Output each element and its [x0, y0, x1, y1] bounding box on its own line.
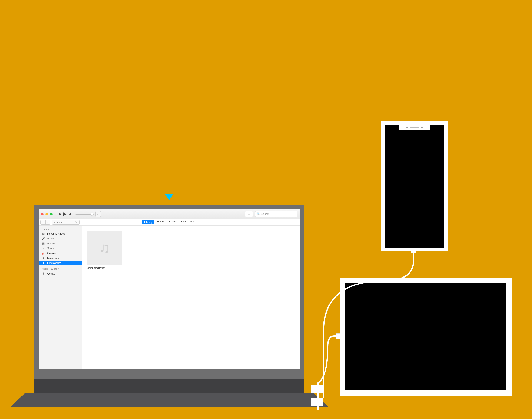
usb-plug-1 [311, 385, 323, 393]
sidebar-item-recently-added[interactable]: ▤ Recently Added [39, 231, 82, 236]
fullscreen-window-button[interactable] [50, 213, 53, 215]
sidebar-item-albums[interactable]: ▦ Albums [39, 241, 82, 246]
guitar-icon: 🎸 [42, 252, 45, 255]
video-icon: ⊞ [42, 257, 45, 260]
chevron-down-icon[interactable]: ▾ [58, 268, 59, 270]
tablet-device [340, 278, 512, 396]
window-controls [41, 213, 53, 215]
laptop-base [10, 393, 328, 407]
phone-speaker [410, 127, 419, 128]
sidebar-item-downloaded[interactable]: ⬇ Downloaded [39, 261, 82, 265]
sidebar-item-label: Downloaded [47, 262, 62, 265]
tab-store[interactable]: Store [190, 220, 196, 224]
sidebar-item-artists[interactable]: 🎤 Artists [39, 236, 82, 241]
sidebar-item-label: Recently Added [47, 232, 65, 235]
sidebar: Library ▤ Recently Added 🎤 Artists ▦ Alb… [39, 226, 82, 369]
laptop-frame: ⏮ ▶ ⏭ ⌂ ☰ 🔍 Search ‹ › [34, 205, 304, 380]
usb-plug-2 [311, 398, 323, 406]
sidebar-item-songs[interactable]: ♪ Songs [39, 246, 82, 251]
forward-button[interactable]: › [45, 220, 50, 224]
phone-notch [399, 125, 430, 130]
tablet-screen [345, 283, 506, 391]
previous-button[interactable]: ⏮ [58, 212, 62, 216]
back-button[interactable]: ‹ [41, 220, 45, 224]
sidebar-item-genius[interactable]: ✳ Genius [39, 271, 82, 276]
content-pane: ♫ color meditation [82, 226, 300, 369]
history-nav: ‹ › [40, 220, 50, 225]
phone-camera-dot [421, 127, 423, 129]
source-selector[interactable]: ♪ Music ⌃⌄ [52, 220, 80, 225]
minimize-window-button[interactable] [45, 213, 48, 215]
search-input[interactable]: 🔍 Search [255, 211, 297, 217]
sidebar-item-label: Albums [47, 242, 56, 245]
search-placeholder: Search [261, 212, 269, 215]
laptop: ⏮ ▶ ⏭ ⌂ ☰ 🔍 Search ‹ › [34, 205, 304, 394]
sidebar-header-library: Library [39, 227, 82, 231]
next-button[interactable]: ⏭ [68, 212, 72, 216]
sidebar-header-playlists: Music Playlists ▾ [39, 265, 82, 271]
sidebar-item-label: Music Videos [47, 257, 62, 260]
tab-for-you[interactable]: For You [157, 220, 166, 224]
navigation-bar: ‹ › ♪ Music ⌃⌄ Library For You Browse Ra… [39, 219, 300, 226]
volume-slider[interactable] [75, 213, 92, 215]
laptop-hinge [34, 380, 304, 394]
note-icon: ♪ [42, 247, 45, 250]
album-tile[interactable]: ♫ color meditation [87, 231, 121, 269]
album-title: color meditation [87, 266, 121, 269]
tab-library[interactable]: Library [142, 220, 154, 224]
sidebar-item-label: Songs [47, 247, 54, 250]
view-list-button[interactable]: ☰ [245, 211, 253, 217]
genius-icon: ✳ [42, 272, 45, 275]
sidebar-item-label: Genius [47, 272, 55, 275]
download-icon: ⬇ [42, 262, 45, 265]
phone-connector [411, 250, 416, 253]
phone-device [381, 121, 448, 251]
clock-icon: ▤ [42, 232, 45, 235]
laptop-webcam-indicator [165, 194, 173, 200]
sidebar-item-label: Artists [47, 237, 54, 240]
grid-icon: ▦ [42, 242, 45, 245]
section-tabs: Library For You Browse Radio Store [142, 220, 196, 224]
play-button[interactable]: ▶ [63, 211, 67, 217]
sidebar-item-label: Genres [47, 252, 55, 255]
sidebar-item-genres[interactable]: 🎸 Genres [39, 251, 82, 256]
album-art-placeholder: ♫ [87, 231, 121, 265]
close-window-button[interactable] [41, 213, 44, 215]
tab-radio[interactable]: Radio [180, 220, 187, 224]
phone-sensor-dot [406, 127, 408, 129]
music-note-icon: ♪ [54, 221, 55, 224]
phone-screen [385, 125, 444, 248]
source-label: Music [56, 221, 63, 224]
chevron-updown-icon: ⌃⌄ [74, 221, 78, 223]
playback-controls: ⏮ ▶ ⏭ ⌂ [58, 211, 101, 217]
mic-icon: 🎤 [42, 237, 45, 240]
search-icon: 🔍 [257, 212, 260, 215]
tab-browse[interactable]: Browse [169, 220, 177, 224]
airplay-button[interactable]: ⌂ [95, 211, 101, 217]
window-body: Library ▤ Recently Added 🎤 Artists ▦ Alb… [39, 226, 300, 369]
itunes-window: ⏮ ▶ ⏭ ⌂ ☰ 🔍 Search ‹ › [39, 209, 300, 369]
tablet-connector [336, 333, 340, 339]
window-toolbar: ⏮ ▶ ⏭ ⌂ ☰ 🔍 Search [39, 209, 300, 219]
sidebar-item-music-videos[interactable]: ⊞ Music Videos [39, 256, 82, 261]
